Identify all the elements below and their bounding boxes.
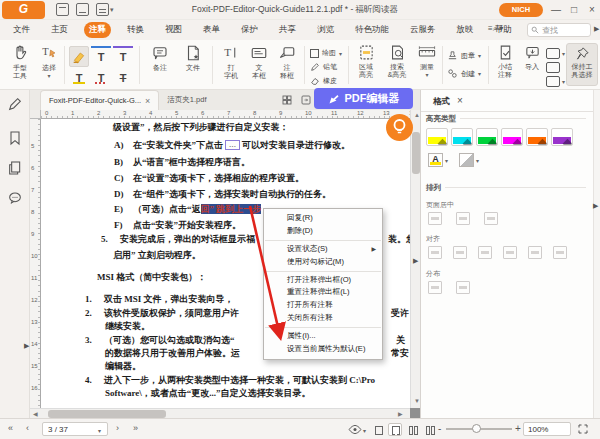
highlight-color-swatch[interactable] xyxy=(501,128,523,146)
highlight-color-swatch[interactable] xyxy=(476,128,498,146)
draw-tool-button[interactable]: 绘图▾ xyxy=(310,48,342,58)
menu-item-7[interactable]: 共享 xyxy=(274,22,301,38)
callout-tool-button[interactable]: 注 释框 xyxy=(274,44,300,80)
font-color-dropdown[interactable]: A▾ xyxy=(428,153,448,167)
select-tool-button[interactable]: T 选择 ▾ xyxy=(36,44,62,79)
bookmarks-icon[interactable] xyxy=(7,130,23,146)
center-horizontal-icon[interactable] xyxy=(428,212,442,225)
panel-collapse-right-icon[interactable]: ▶ xyxy=(413,257,418,265)
file-attachment-tool-button[interactable]: 文件 xyxy=(178,44,208,72)
single-page-view-button[interactable] xyxy=(371,423,385,436)
highlight-color-swatch[interactable] xyxy=(551,128,573,146)
panel-collapse-icon[interactable]: ▶ xyxy=(593,202,598,210)
first-page-button[interactable]: « xyxy=(8,423,13,433)
sidebar-expand-icon[interactable]: ▶ xyxy=(24,342,29,350)
highlight-tool-button[interactable] xyxy=(69,46,89,67)
annotation-pen-icon[interactable] xyxy=(7,96,23,112)
menu-item-3[interactable]: 转换 xyxy=(122,22,149,38)
account-button[interactable]: NICH xyxy=(499,3,543,17)
menu-item-1[interactable]: 主页 xyxy=(46,22,73,38)
pages-icon[interactable] xyxy=(7,160,23,176)
print-icon[interactable] xyxy=(96,3,109,16)
highlight-color-swatch[interactable] xyxy=(526,128,548,146)
close-button[interactable]: × xyxy=(584,2,600,18)
context-menu-item[interactable]: 删除(D) xyxy=(264,225,382,238)
tab-detach-icon[interactable] xyxy=(300,94,312,106)
zoom-value-input[interactable] xyxy=(523,422,571,436)
replace-text-tool-button[interactable]: T xyxy=(91,46,111,67)
facing-view-button[interactable] xyxy=(405,423,419,436)
zoom-in-button[interactable]: + xyxy=(515,423,521,434)
view-eye-icon[interactable] xyxy=(348,424,362,435)
squiggly-tool-button[interactable]: T xyxy=(91,69,111,90)
menu-item-2[interactable]: 注释 xyxy=(84,22,111,38)
maximize-button[interactable]: □ xyxy=(566,2,582,18)
underline-tool-button[interactable]: T xyxy=(69,69,89,90)
menu-item-4[interactable]: 视图 xyxy=(160,22,187,38)
open-file-icon[interactable] xyxy=(56,3,69,16)
last-page-button[interactable]: » xyxy=(133,423,138,433)
continuous-view-button[interactable] xyxy=(388,423,402,436)
comment-popup-caret-icon[interactable]: ▾ xyxy=(562,50,565,57)
horizontal-scrollbar[interactable]: ◀ ▶ xyxy=(30,408,410,418)
menu-item-9[interactable]: 特色功能 xyxy=(350,22,394,38)
context-menu-item[interactable]: 使用对勾标记(M) xyxy=(264,256,382,269)
note-tool-button[interactable]: 备注 xyxy=(145,44,175,72)
context-menu-item[interactable]: 属性(I)... xyxy=(264,330,382,343)
toolbar-mode-icon[interactable]: ≡⌕ ▾ xyxy=(488,24,514,37)
close-tab-icon[interactable]: × xyxy=(145,96,150,106)
comment-style-caret-icon[interactable]: ▾ xyxy=(562,78,565,85)
menu-item-6[interactable]: 保护 xyxy=(236,22,263,38)
keep-tool-selected-button[interactable]: 保持工 具选择 xyxy=(566,43,598,86)
typewriter-tool-button[interactable]: T 打 字机 xyxy=(218,44,244,80)
zoom-slider-knob[interactable] xyxy=(472,424,481,433)
align-right-icon[interactable] xyxy=(478,246,492,259)
next-page-button[interactable]: › xyxy=(116,423,119,433)
menu-item-5[interactable]: 表单 xyxy=(198,22,225,38)
document-tab[interactable]: Foxit-PDF-Editor-Quick-G...× xyxy=(40,90,159,110)
insert-text-tool-button[interactable]: T xyxy=(113,46,133,67)
center-vertical-icon[interactable] xyxy=(456,212,470,225)
format-panel-close-icon[interactable]: × xyxy=(457,95,463,106)
context-menu-item[interactable]: 打开所有注释 xyxy=(264,299,382,312)
eraser-tool-button[interactable]: 橡皮 xyxy=(310,76,337,86)
strikeout-tool-button[interactable]: T xyxy=(113,69,133,90)
opacity-dropdown[interactable]: ▾ xyxy=(459,153,479,167)
menu-item-11[interactable]: 放映 xyxy=(452,22,479,38)
stamp-tool-button[interactable]: 图章▾ xyxy=(447,50,481,61)
lightbulb-note-icon[interactable] xyxy=(386,114,413,141)
vertical-scroll-thumb[interactable] xyxy=(412,132,420,174)
align-top-icon[interactable] xyxy=(503,246,517,259)
align-center-icon[interactable] xyxy=(453,246,467,259)
search-highlight-button[interactable]: 搜索 &高亮 xyxy=(382,44,412,79)
context-menu-item[interactable]: 回复(R) xyxy=(264,212,382,225)
menu-item-8[interactable]: 浏览 xyxy=(312,22,339,38)
align-left-icon[interactable] xyxy=(428,246,442,259)
pencil-tool-button[interactable]: 铅笔 xyxy=(310,62,337,72)
highlight-color-swatch[interactable] xyxy=(451,128,473,146)
horizontal-scroll-thumb[interactable] xyxy=(48,410,166,418)
context-menu-item[interactable]: 设置状态(S)▶ xyxy=(264,243,382,256)
align-bottom-icon[interactable] xyxy=(553,246,567,259)
prev-page-button[interactable]: ‹ xyxy=(26,423,29,433)
context-menu-item[interactable]: 打开注释弹出框(O) xyxy=(264,274,382,287)
minimize-button[interactable]: — xyxy=(548,2,564,18)
search-input[interactable]: 查找 xyxy=(527,23,591,37)
scroll-left-icon[interactable]: ◀ xyxy=(33,410,38,417)
context-menu-item[interactable]: 关闭所有注释 xyxy=(264,312,382,325)
create-tool-button[interactable]: 创建▾ xyxy=(447,68,481,79)
distribute-horizontal-icon[interactable] xyxy=(428,281,442,294)
scroll-right-icon[interactable]: ▶ xyxy=(398,410,403,417)
search-expand-icon[interactable]: ▶ xyxy=(594,25,599,33)
area-highlight-button[interactable]: 区域 高亮 xyxy=(352,44,380,79)
fullscreen-icon[interactable] xyxy=(577,423,589,435)
align-middle-icon[interactable] xyxy=(528,246,542,259)
comments-panel-icon[interactable] xyxy=(7,190,23,206)
quick-access-caret-icon[interactable]: ▾ xyxy=(110,6,114,14)
textbox-tool-button[interactable]: 文 本框 xyxy=(246,44,272,80)
comment-list-icon[interactable] xyxy=(546,62,560,73)
zoom-out-button[interactable]: - xyxy=(438,423,441,434)
tab-grid-icon[interactable] xyxy=(281,94,293,106)
center-both-icon[interactable] xyxy=(484,212,498,225)
menu-item-0[interactable]: 文件 xyxy=(8,22,35,38)
